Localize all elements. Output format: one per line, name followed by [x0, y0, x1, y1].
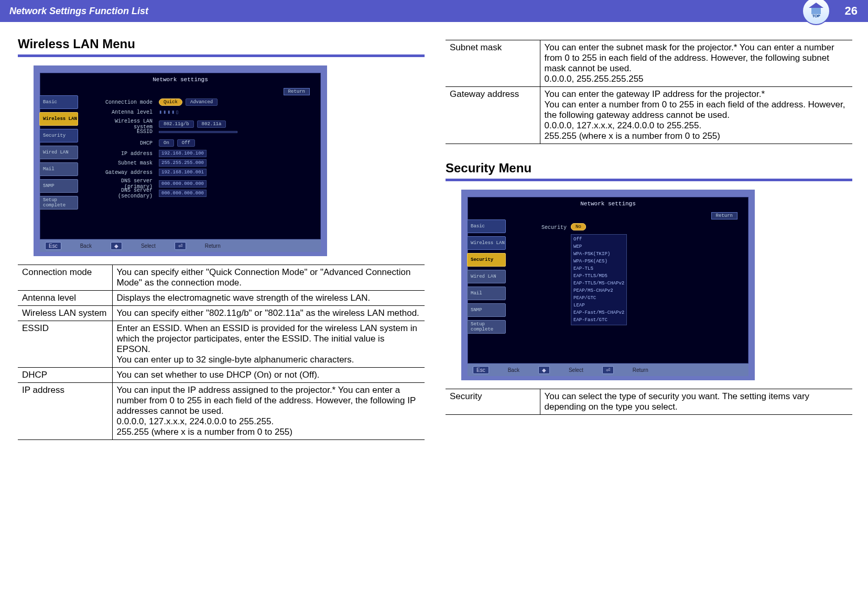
- section-rule: [18, 54, 425, 57]
- footer-return-icon[interactable]: ⏎: [175, 242, 186, 250]
- footer2-return: Return: [630, 367, 652, 373]
- dns1-value[interactable]: 000.000.000.000: [159, 180, 207, 188]
- row-dhcp: DHCP On Off: [93, 139, 195, 147]
- tab2-mail[interactable]: Mail: [467, 287, 506, 300]
- dropdown-option[interactable]: EAP-Fast/MS-CHAPv2: [573, 309, 624, 316]
- setting-desc: Enter an ESSID. When an ESSID is provide…: [112, 321, 425, 368]
- tab-wireless-lan[interactable]: Wireless LAN: [39, 112, 78, 126]
- dropdown-option[interactable]: WEP: [573, 243, 624, 250]
- security-heading: Security Menu: [446, 161, 852, 175]
- value-advanced[interactable]: Advanced: [186, 98, 218, 106]
- setting-name: Wireless LAN system: [18, 306, 112, 321]
- table-row: SecurityYou can select the type of secur…: [446, 389, 852, 415]
- tab2-wired[interactable]: Wired LAN: [467, 270, 506, 283]
- label-essid: ESSID: [93, 129, 156, 135]
- setting-name: Antenna level: [18, 291, 112, 306]
- setting-desc: You can set whether to use DHCP (On) or …: [112, 368, 425, 383]
- badge-label: TOP: [812, 14, 820, 18]
- left-column: Wireless LAN Menu Network settings Retur…: [18, 37, 425, 440]
- dhcp-off[interactable]: Off: [177, 139, 195, 147]
- setting-desc: Displays the electromagnetic wave streng…: [112, 291, 425, 306]
- tab-setup-complete[interactable]: Setup complete: [39, 196, 78, 210]
- dropdown-option[interactable]: EAP-TLS: [573, 265, 624, 272]
- tab-basic[interactable]: Basic: [39, 95, 78, 109]
- row-dns2: DNS server (secondary) 000.000.000.000: [93, 188, 207, 199]
- top-home-badge[interactable]: TOP: [802, 0, 830, 25]
- scr-title-2: Network settings: [468, 197, 748, 207]
- side-tabs: Basic Wireless LAN Security Wired LAN Ma…: [39, 95, 78, 210]
- security-desc-table: SecurityYou can select the type of secur…: [446, 389, 852, 415]
- home-icon: [809, 3, 823, 8]
- subnet-value[interactable]: 255.255.255.000: [159, 159, 207, 167]
- antenna-bars: ▮▮▮▮▯: [159, 109, 180, 115]
- return-button[interactable]: Return: [284, 88, 310, 95]
- wlan-80211gb[interactable]: 802.11g/b: [159, 120, 194, 128]
- wireless-lan-heading: Wireless LAN Menu: [18, 37, 425, 51]
- label-ip: IP address: [93, 151, 156, 157]
- table-row: Gateway addressYou can enter the gateway…: [446, 87, 852, 144]
- table-row: Antenna levelDisplays the electromagneti…: [18, 291, 425, 306]
- scr-title: Network settings: [40, 73, 320, 83]
- footer-select-icon[interactable]: ◆: [111, 242, 122, 250]
- section-rule-2: [446, 179, 852, 181]
- header-bar: Network Settings Function List TOP 26: [0, 0, 868, 22]
- return-button-2[interactable]: Return: [711, 212, 737, 219]
- setting-name: Subnet mask: [446, 40, 540, 87]
- setting-desc: You can input the IP address assigned to…: [112, 383, 425, 440]
- tab-wired-lan[interactable]: Wired LAN: [39, 146, 78, 159]
- setting-desc: You can select the type of security you …: [540, 389, 852, 415]
- label-subnet: Subnet mask: [93, 160, 156, 166]
- gateway-value[interactable]: 192.168.100.001: [159, 169, 207, 176]
- tab2-setup[interactable]: Setup complete: [467, 320, 506, 334]
- footer2-return-icon[interactable]: ⏎: [602, 366, 614, 374]
- wireless-screenshot-frame: Network settings Return Basic Wireless L…: [34, 65, 327, 256]
- table-row: IP addressYou can input the IP address a…: [18, 383, 425, 440]
- tab-mail[interactable]: Mail: [39, 162, 78, 176]
- tab2-security[interactable]: Security: [467, 253, 506, 267]
- ip-value[interactable]: 192.168.100.100: [159, 150, 207, 157]
- footer-return: Return: [202, 243, 224, 249]
- setting-desc: You can enter the subnet mask for the pr…: [540, 40, 852, 87]
- security-select[interactable]: No: [571, 224, 586, 229]
- tab2-snmp[interactable]: SNMP: [467, 303, 506, 317]
- footer-esc[interactable]: Esc: [45, 242, 61, 250]
- row-connection-mode: Connection mode Quick Advanced: [93, 98, 218, 106]
- dropdown-option[interactable]: WPA-PSK(TKIP): [573, 250, 624, 258]
- tab-snmp[interactable]: SNMP: [39, 179, 78, 193]
- page-number: 26: [845, 4, 858, 18]
- footer2-back: Back: [505, 367, 523, 373]
- row-antenna: Antenna level ▮▮▮▮▯: [93, 109, 180, 115]
- security-screenshot-frame: Network settings Return Basic Wireless L…: [461, 190, 755, 380]
- security-dropdown[interactable]: OffWEPWPA-PSK(TKIP)WPA-PSK(AES)EAP-TLSEA…: [571, 234, 627, 325]
- label-dns2: DNS server (secondary): [93, 188, 156, 199]
- dropdown-option[interactable]: EAP-TTLS/MS-CHAPv2: [573, 280, 624, 287]
- dropdown-option[interactable]: PEAP/GTC: [573, 294, 624, 302]
- label-antenna: Antenna level: [93, 109, 156, 115]
- setting-name: DHCP: [18, 368, 112, 383]
- wlan-80211a[interactable]: 802.11a: [197, 120, 226, 128]
- security-value: No: [571, 223, 586, 230]
- dropdown-option[interactable]: PEAP/MS-CHAPv2: [573, 287, 624, 294]
- setting-name: IP address: [18, 383, 112, 440]
- dropdown-option[interactable]: EAP-TTLS/MD5: [573, 272, 624, 280]
- value-quick[interactable]: Quick: [159, 98, 182, 106]
- setting-desc: You can specify either "Quick Connection…: [112, 265, 425, 291]
- dhcp-on[interactable]: On: [159, 139, 174, 147]
- footer2-esc[interactable]: Esc: [473, 366, 489, 374]
- setting-name: ESSID: [18, 321, 112, 368]
- label-connection-mode: Connection mode: [93, 100, 156, 105]
- essid-input[interactable]: [159, 131, 237, 133]
- security-label: Security: [520, 225, 567, 230]
- label-wlan-system: Wireless LAN system: [93, 118, 156, 130]
- screenshot-footer-2: Esc Back ◆ Select ⏎ Return: [468, 364, 748, 376]
- dropdown-option[interactable]: Off: [573, 236, 624, 243]
- dropdown-option[interactable]: WPA-PSK(AES): [573, 258, 624, 265]
- tab2-wireless[interactable]: Wireless LAN: [467, 236, 506, 250]
- footer2-select-icon[interactable]: ◆: [538, 366, 550, 374]
- tab2-basic[interactable]: Basic: [467, 219, 506, 233]
- tab-security[interactable]: Security: [39, 129, 78, 142]
- dropdown-option[interactable]: LEAP: [573, 302, 624, 309]
- wireless-desc-table: Connection modeYou can specify either "Q…: [18, 265, 425, 440]
- dropdown-option[interactable]: EAP-Fast/GTC: [573, 316, 624, 324]
- dns2-value[interactable]: 000.000.000.000: [159, 190, 207, 197]
